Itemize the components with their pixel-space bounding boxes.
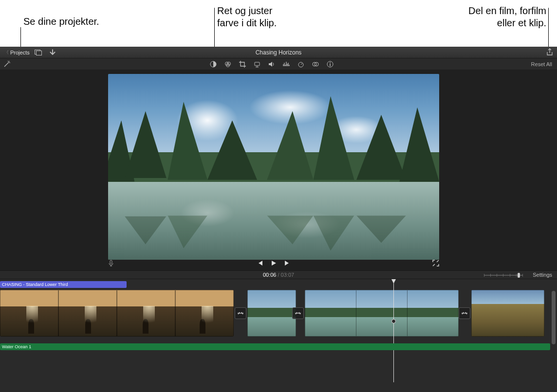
preview-frame [108,74,439,260]
svg-point-14 [330,62,331,63]
viewer-panel [0,70,557,270]
callout-line [548,8,549,48]
reset-all-button[interactable]: Reset All [531,61,552,67]
svg-rect-15 [110,260,112,264]
clip-filter-button[interactable] [312,60,319,68]
transport-controls [108,260,439,267]
color-balance-button[interactable] [209,60,217,68]
audio-clip[interactable] [0,343,550,350]
video-clip-4[interactable] [471,290,544,337]
volume-button[interactable] [268,60,276,68]
voiceover-record-button[interactable] [108,260,114,268]
svg-rect-9 [255,62,260,66]
app-window: 〈 Projects Chasing Horizons [0,47,557,392]
callout-projects: Se dine projekter. [23,16,99,28]
svg-point-4 [10,62,10,63]
audio-clip-label: Water Ocean 1 [2,343,31,350]
filmstrip [0,290,550,337]
playhead[interactable] [393,279,394,382]
stabilization-button[interactable] [253,60,261,68]
title-clip[interactable]: CHASING - Standard Lower Third [0,281,127,288]
timecode-duration: 03:07 [281,272,295,278]
video-clip-1[interactable] [0,290,234,337]
callout-line [20,27,21,48]
crop-button[interactable] [239,60,246,68]
project-title: Chasing Horizons [0,49,557,56]
callout-color: Ret og juster farve i dit klip. [217,5,277,29]
timeline-zoom-slider[interactable] [484,273,523,277]
timecode-display: 00:06 / 03:07 [263,272,294,278]
info-button[interactable] [326,60,334,68]
video-clip-2[interactable] [247,290,296,337]
share-button[interactable] [546,48,553,57]
timecode-separator: / [276,272,280,278]
speed-button[interactable] [297,60,305,68]
svg-point-3 [7,61,8,61]
prev-frame-button[interactable] [257,260,263,267]
transition-1[interactable] [235,307,246,319]
svg-point-2 [9,61,10,62]
timecode-current: 00:06 [263,272,277,278]
transition-3[interactable] [459,307,470,319]
noise-reduction-button[interactable] [282,60,290,68]
enhance-wand-button[interactable] [3,60,11,70]
color-correction-button[interactable] [224,60,232,68]
timeline-settings-button[interactable]: Settings [533,272,552,278]
transition-2[interactable] [292,307,304,319]
adjust-toolbar: Reset All [0,58,557,70]
next-frame-button[interactable] [284,260,291,267]
vertical-scrollbar[interactable] [551,290,556,392]
timeline-header: 00:06 / 03:07 Settings [0,270,557,279]
fullscreen-button[interactable] [432,260,439,267]
callout-share: Del en film, forfilm eller et klip. [468,5,546,29]
play-button[interactable] [270,260,277,267]
timeline-panel[interactable]: CHASING - Standard Lower Third [0,279,557,392]
preview-canvas[interactable] [108,74,439,260]
zoom-slider-knob[interactable] [518,273,520,278]
main-toolbar: 〈 Projects Chasing Horizons [0,47,557,58]
video-clip-3[interactable] [305,290,459,337]
